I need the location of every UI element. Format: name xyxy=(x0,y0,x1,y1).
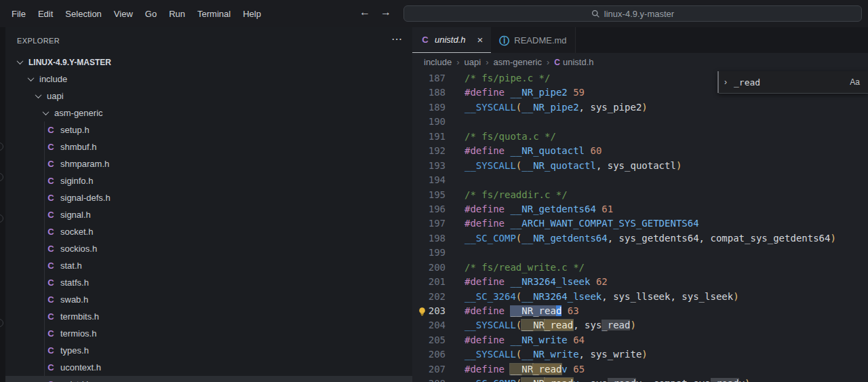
code-token: __SYSCALL xyxy=(465,349,516,360)
toggle-replace-chevron-icon[interactable]: › xyxy=(724,77,727,87)
tree-item-linux-4.9.y-master[interactable]: LINUX-4.9.Y-MASTER xyxy=(5,54,412,71)
tree-item-label: termbits.h xyxy=(60,311,99,322)
tree-item-signal.h[interactable]: Csignal.h xyxy=(5,206,412,223)
c-file-icon: C xyxy=(46,261,56,271)
menu-selection[interactable]: Selection xyxy=(59,9,107,19)
code-token: 65 xyxy=(573,364,585,375)
tree-item-termbits.h[interactable]: Ctermbits.h xyxy=(5,308,412,325)
breadcrumb-item-include[interactable]: include xyxy=(424,57,452,67)
code-line-205: 205#define __NR_write 64 xyxy=(412,333,868,347)
tree-item-unistd.h[interactable]: Cunistd.h xyxy=(5,376,412,382)
c-file-icon: C xyxy=(46,142,56,152)
code-content: 187/* fs/pipe.c */188#define __NR_pipe2 … xyxy=(412,71,868,382)
more-actions-icon[interactable]: ⋯ xyxy=(391,33,403,45)
tab-unistd-h[interactable]: C unistd.h × xyxy=(412,27,491,53)
lightbulb-icon[interactable] xyxy=(417,307,427,317)
tree-item-socket.h[interactable]: Csocket.h xyxy=(5,223,412,240)
c-file-icon: C xyxy=(46,159,56,169)
code-editor[interactable]: 187/* fs/pipe.c */188#define __NR_pipe2 … xyxy=(412,71,868,382)
tree-item-include[interactable]: include xyxy=(5,71,412,88)
tree-item-label: setup.h xyxy=(60,125,90,135)
line-number: 197 xyxy=(412,216,446,231)
code-line-207: 207#define __NR_readv 65 xyxy=(412,362,868,377)
code-token: #define xyxy=(465,87,505,98)
tree-item-siginfo.h[interactable]: Csiginfo.h xyxy=(5,172,412,189)
code-token: __SC_COMP xyxy=(465,233,516,244)
find-input[interactable]: _read xyxy=(734,77,850,88)
code-token: __SC_3264 xyxy=(465,291,516,302)
line-number: 193 xyxy=(412,159,446,173)
tab-readme-md[interactable]: ⓘ README.md xyxy=(491,27,575,53)
find-widget-sash[interactable] xyxy=(717,71,719,93)
forward-arrow-icon[interactable]: → xyxy=(378,6,393,18)
c-file-icon: C xyxy=(420,35,430,45)
code-token: ) xyxy=(642,349,647,360)
breadcrumb-item-unistd.h[interactable]: unistd.h xyxy=(563,57,594,67)
close-icon[interactable]: × xyxy=(477,34,484,45)
code-token: __NR_getdents64 xyxy=(510,204,595,214)
code-token: #define xyxy=(465,276,505,287)
tree-item-asm-generic[interactable]: asm-generic xyxy=(5,104,412,121)
c-file-icon: C xyxy=(46,345,56,356)
code-token: /* fs/pipe.c */ xyxy=(465,73,550,83)
tree-item-swab.h[interactable]: Cswab.h xyxy=(5,291,412,308)
code-line-194: 194 xyxy=(412,173,868,187)
code-token: _read xyxy=(601,320,630,330)
menu-file[interactable]: File xyxy=(5,9,32,19)
menu-edit[interactable]: Edit xyxy=(32,9,59,19)
activity-icon-fragment xyxy=(0,319,3,327)
breadcrumb-item-uapi[interactable]: uapi xyxy=(465,57,481,67)
code-line-202: 202__SC_3264(__NR3264_lseek, sys_llseek,… xyxy=(412,290,868,304)
code-token: __NR3264_lseek xyxy=(510,276,590,287)
c-file-icon: C xyxy=(46,328,56,339)
tree-item-label: ucontext.h xyxy=(60,362,101,373)
code-token: _read xyxy=(533,364,561,375)
tree-item-label: asm-generic xyxy=(54,108,103,118)
breadcrumb-item-asm-generic[interactable]: asm-generic xyxy=(493,57,542,67)
menu-help[interactable]: Help xyxy=(237,9,267,19)
tree-item-label: statfs.h xyxy=(60,278,89,288)
activity-icon-fragment xyxy=(0,173,3,181)
code-token: 63 xyxy=(568,305,579,316)
menu-view[interactable]: View xyxy=(108,9,139,19)
tree-item-label: types.h xyxy=(60,345,89,356)
tree-item-ucontext.h[interactable]: Cucontext.h xyxy=(5,359,412,376)
code-token: _read xyxy=(545,320,573,330)
code-token: #define xyxy=(465,145,505,156)
tree-item-label: stat.h xyxy=(60,261,82,271)
tree-item-shmparam.h[interactable]: Cshmparam.h xyxy=(5,155,412,172)
tree-item-termios.h[interactable]: Ctermios.h xyxy=(5,325,412,342)
code-token: __SYSCALL xyxy=(465,320,516,330)
tree-item-label: signal.h xyxy=(60,210,91,220)
tree-item-label: socket.h xyxy=(60,227,93,237)
tree-item-uapi[interactable]: uapi xyxy=(5,88,412,104)
chevron-down-icon xyxy=(35,92,42,98)
command-center-search[interactable]: linux-4.9.y-master xyxy=(403,5,862,22)
code-token: #define xyxy=(465,204,505,214)
menu-go[interactable]: Go xyxy=(139,9,163,19)
c-file-icon: C xyxy=(46,362,56,373)
code-token: ) xyxy=(676,160,682,171)
code-token: _read xyxy=(545,378,573,382)
code-line-200: 200/* fs/read_write.c */ xyxy=(412,261,868,275)
find-widget: › _read Aa xyxy=(717,71,868,94)
tree-item-types.h[interactable]: Ctypes.h xyxy=(5,342,412,359)
tree-item-setup.h[interactable]: Csetup.h xyxy=(5,121,412,138)
match-case-toggle[interactable]: Aa xyxy=(850,77,860,87)
tree-item-sockios.h[interactable]: Csockios.h xyxy=(5,240,412,257)
back-arrow-icon[interactable]: ← xyxy=(357,6,372,18)
menu-run[interactable]: Run xyxy=(163,9,191,19)
tab-label: unistd.h xyxy=(435,35,466,45)
tree-item-signal-defs.h[interactable]: Csignal-defs.h xyxy=(5,189,412,206)
vscode-window: FileEditSelectionViewGoRunTerminalHelp ←… xyxy=(0,0,868,382)
menu-terminal[interactable]: Terminal xyxy=(191,9,237,19)
code-token: 62 xyxy=(596,276,608,287)
tree-item-stat.h[interactable]: Cstat.h xyxy=(5,257,412,274)
breadcrumb-separator-icon: › xyxy=(456,57,459,67)
line-number: 208 xyxy=(412,377,446,382)
tree-item-shmbuf.h[interactable]: Cshmbuf.h xyxy=(5,138,412,155)
tree-item-statfs.h[interactable]: Cstatfs.h xyxy=(5,274,412,291)
c-file-icon: C xyxy=(46,278,56,288)
line-number: 196 xyxy=(412,202,446,216)
c-file-icon: C xyxy=(46,379,56,382)
